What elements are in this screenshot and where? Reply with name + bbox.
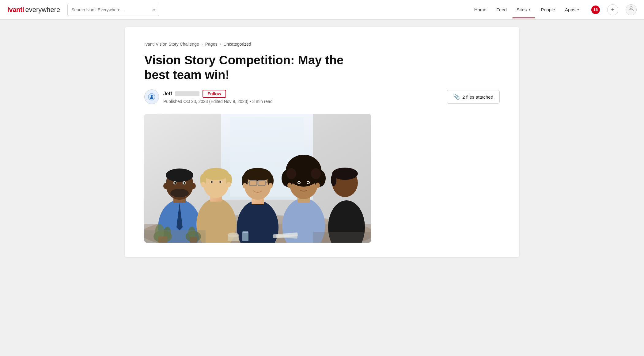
sites-chevron-icon: ▼ xyxy=(528,8,531,11)
page-wrapper: Ivanti Vision Story Challenge › Pages › … xyxy=(120,20,524,265)
breadcrumb-item-2[interactable]: Pages xyxy=(205,42,218,47)
attachments-label: 2 files attached xyxy=(462,94,493,100)
article-title: Vision Story Competition: May the best t… xyxy=(144,53,365,82)
svg-point-31 xyxy=(219,181,221,183)
svg-point-38 xyxy=(243,183,247,188)
user-avatar[interactable] xyxy=(626,4,637,15)
svg-rect-75 xyxy=(228,235,239,241)
svg-point-2 xyxy=(151,95,153,97)
search-input[interactable] xyxy=(71,7,150,12)
meeting-scene-svg xyxy=(144,114,371,243)
author-details: Jeff Follow Published Oct 23, 2023 (Edit… xyxy=(163,90,273,104)
author-info: Jeff Follow Published Oct 23, 2023 (Edit… xyxy=(144,89,273,104)
svg-point-71 xyxy=(242,231,248,233)
svg-point-27 xyxy=(227,182,231,187)
add-button[interactable]: + xyxy=(607,4,618,15)
author-surname-blur xyxy=(175,91,199,96)
svg-point-0 xyxy=(630,7,632,9)
svg-point-57 xyxy=(298,182,300,184)
svg-point-13 xyxy=(163,183,168,189)
nav-apps[interactable]: Apps ▼ xyxy=(561,5,584,15)
svg-point-52 xyxy=(311,168,321,179)
svg-point-18 xyxy=(184,182,185,184)
author-name-row: Jeff Follow xyxy=(163,90,273,98)
author-name: Jeff xyxy=(163,91,172,97)
nav-sites[interactable]: Sites ▼ xyxy=(512,5,535,15)
svg-point-12 xyxy=(170,189,189,197)
svg-point-53 xyxy=(287,183,292,188)
svg-point-23 xyxy=(203,168,229,180)
author-row: Jeff Follow Published Oct 23, 2023 (Edit… xyxy=(144,89,500,104)
search-bar[interactable]: ⌕ xyxy=(67,4,159,16)
breadcrumb-sep-1: › xyxy=(202,42,203,46)
plus-icon: + xyxy=(611,6,615,13)
logo-tagline: everywhere xyxy=(25,6,60,14)
svg-point-14 xyxy=(191,183,196,189)
avatar-icon xyxy=(628,6,635,14)
breadcrumb: Ivanti Vision Story Challenge › Pages › … xyxy=(144,42,500,47)
site-header: ivanti everywhere ⌕ Home Feed Sites ▼ Pe… xyxy=(0,0,644,20)
article-hero-image xyxy=(144,114,371,243)
svg-rect-76 xyxy=(144,230,206,243)
svg-rect-77 xyxy=(313,232,371,243)
nav-people[interactable]: People xyxy=(536,5,559,15)
article-image-container xyxy=(144,114,371,243)
notification-badge[interactable]: 16 xyxy=(591,6,600,14)
logo[interactable]: ivanti everywhere xyxy=(7,6,60,14)
attachments-button[interactable]: 📎 2 files attached xyxy=(447,90,500,104)
paperclip-icon: 📎 xyxy=(453,93,460,100)
breadcrumb-item-1[interactable]: Ivanti Vision Story Challenge xyxy=(144,42,199,47)
svg-point-58 xyxy=(307,182,309,184)
search-icon: ⌕ xyxy=(152,7,155,13)
follow-button[interactable]: Follow xyxy=(203,90,226,98)
svg-point-26 xyxy=(201,182,205,187)
nav-feed[interactable]: Feed xyxy=(492,5,511,15)
svg-point-39 xyxy=(268,183,273,188)
svg-point-62 xyxy=(331,174,336,186)
apps-chevron-icon: ▼ xyxy=(577,8,580,11)
content-card: Ivanti Vision Story Challenge › Pages › … xyxy=(125,27,519,257)
author-avatar xyxy=(144,89,159,104)
publish-meta: Published Oct 23, 2023 (Edited Nov 9, 20… xyxy=(163,99,273,104)
main-nav: Home Feed Sites ▼ People Apps ▼ xyxy=(470,5,584,15)
svg-point-35 xyxy=(244,168,271,181)
svg-point-11 xyxy=(166,169,193,182)
logo-brand: ivanti xyxy=(7,6,24,14)
svg-point-54 xyxy=(316,183,320,188)
svg-point-17 xyxy=(174,182,176,184)
breadcrumb-current: Uncategorized xyxy=(223,42,251,47)
svg-point-51 xyxy=(286,168,296,179)
breadcrumb-sep-2: › xyxy=(220,42,221,46)
nav-home[interactable]: Home xyxy=(470,5,491,15)
svg-rect-70 xyxy=(242,232,248,241)
svg-point-30 xyxy=(211,181,213,183)
